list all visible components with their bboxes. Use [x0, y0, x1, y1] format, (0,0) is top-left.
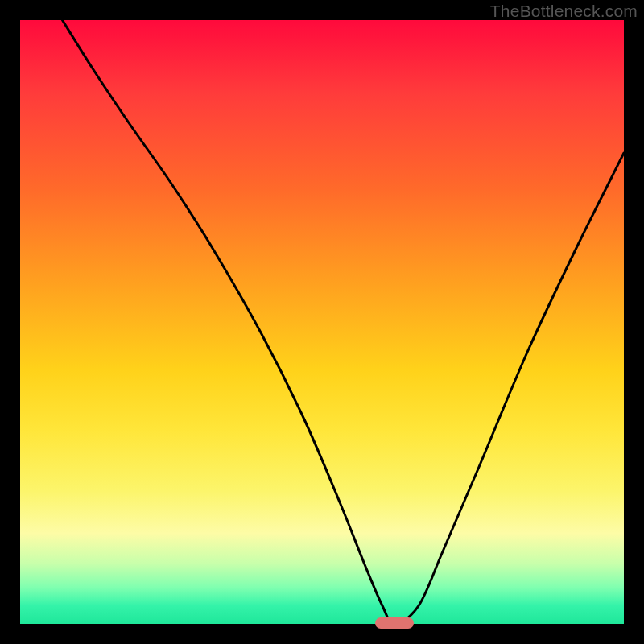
- curve-path: [63, 20, 625, 624]
- bottleneck-curve: [20, 20, 624, 624]
- plot-area: [20, 20, 624, 624]
- optimum-marker: [375, 617, 415, 629]
- watermark-text: TheBottleneck.com: [490, 2, 638, 21]
